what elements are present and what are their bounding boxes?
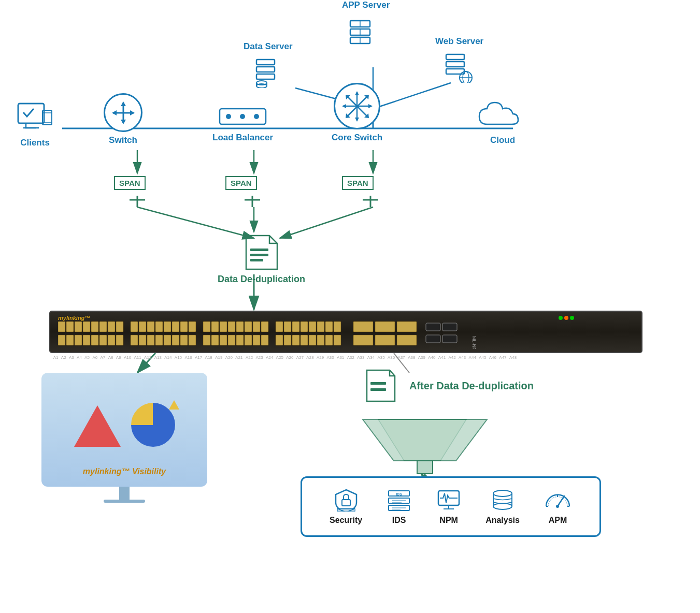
svg-rect-150	[370, 382, 386, 385]
svg-rect-120	[245, 335, 252, 345]
app-server-node: APP Server	[342, 0, 390, 52]
port-labels: A1A2A3A4A5A6 A7A8A9A10A11A12 A13A14A15A1…	[52, 355, 518, 360]
switch-node: Switch	[104, 93, 142, 145]
svg-rect-90	[116, 335, 123, 345]
after-dedup-document-icon	[363, 368, 402, 404]
web-server-icon	[444, 52, 475, 83]
svg-rect-142	[353, 335, 373, 345]
svg-rect-20	[256, 67, 275, 72]
svg-rect-109	[220, 322, 227, 332]
svg-rect-130	[334, 322, 341, 332]
svg-rect-84	[66, 335, 74, 345]
svg-rect-122	[261, 335, 268, 345]
svg-rect-73	[250, 254, 268, 256]
svg-text:ML-NPB-5568: ML-NPB-5568	[472, 336, 477, 349]
tool-ids: IDS IDS	[386, 488, 412, 525]
svg-point-169	[493, 490, 512, 497]
svg-rect-78	[83, 322, 90, 332]
svg-rect-148	[442, 335, 457, 343]
svg-rect-19	[256, 60, 275, 65]
svg-rect-143	[375, 335, 395, 345]
tap-icon-2	[245, 196, 260, 209]
hw-brand: mylinking™	[58, 315, 90, 321]
loadbalancer-label: Load Balancer	[212, 133, 273, 143]
svg-rect-85	[75, 335, 82, 345]
tap-icon-3	[363, 196, 378, 209]
cloud-icon	[477, 98, 528, 132]
coreswitch-node: Core Switch	[332, 83, 382, 143]
svg-marker-47	[121, 120, 126, 124]
svg-rect-128	[317, 322, 324, 332]
clients-icon	[16, 101, 54, 135]
analysis-icon	[490, 488, 516, 512]
ids-label: IDS	[392, 516, 406, 525]
data-server-icon	[252, 57, 283, 88]
svg-rect-155	[342, 500, 350, 506]
svg-marker-60	[342, 104, 346, 108]
apm-icon	[544, 488, 572, 512]
svg-rect-137	[325, 335, 333, 345]
svg-rect-106	[189, 335, 196, 345]
svg-rect-129	[325, 322, 333, 332]
visibility-label: mylinking™ Visibility	[83, 467, 166, 476]
svg-rect-125	[292, 322, 299, 332]
svg-point-52	[240, 114, 245, 119]
switch-icon	[110, 100, 136, 126]
svg-rect-131	[276, 335, 283, 345]
cloud-node: Cloud	[477, 98, 528, 145]
svg-rect-141	[397, 322, 417, 332]
svg-rect-139	[353, 322, 373, 332]
svg-rect-124	[284, 322, 291, 332]
svg-rect-83	[58, 335, 65, 345]
svg-rect-94	[155, 322, 163, 332]
svg-rect-144	[397, 335, 417, 345]
svg-rect-121	[253, 335, 260, 345]
svg-rect-72	[250, 249, 268, 251]
svg-rect-115	[203, 335, 210, 345]
app-server-icon	[348, 16, 384, 52]
security-icon	[333, 488, 359, 512]
hardware-device: mylinking™	[49, 311, 642, 353]
svg-marker-61	[368, 104, 373, 108]
svg-rect-89	[108, 335, 115, 345]
svg-rect-98	[189, 322, 196, 332]
svg-rect-103	[164, 335, 171, 345]
triangle-shape	[74, 405, 121, 447]
svg-rect-105	[180, 335, 188, 345]
svg-marker-152	[363, 419, 487, 461]
svg-rect-92	[139, 322, 146, 332]
svg-rect-133	[292, 335, 299, 345]
svg-rect-102	[155, 335, 163, 345]
svg-rect-39	[18, 104, 44, 123]
hw-ports-svg: ML-NPB-5568	[58, 320, 509, 349]
svg-rect-118	[228, 335, 235, 345]
svg-point-53	[254, 114, 259, 119]
after-dedup-section: After Data De-duplication	[363, 368, 534, 404]
svg-rect-86	[83, 335, 90, 345]
svg-rect-112	[245, 322, 252, 332]
svg-rect-123	[276, 322, 283, 332]
web-server-node: Web Server	[435, 36, 483, 83]
tool-security: Security	[330, 488, 362, 525]
svg-rect-77	[75, 322, 82, 332]
svg-rect-87	[91, 335, 98, 345]
monitor-base	[104, 500, 145, 503]
svg-rect-116	[211, 335, 219, 345]
svg-rect-140	[375, 322, 395, 332]
monitor-stand	[119, 487, 130, 500]
svg-rect-104	[172, 335, 179, 345]
svg-rect-136	[317, 335, 324, 345]
svg-rect-138	[334, 335, 341, 345]
svg-line-5	[373, 83, 451, 109]
svg-rect-126	[301, 322, 308, 332]
dedup-label: Data De-duplication	[218, 274, 305, 285]
svg-marker-48	[112, 110, 117, 115]
dedup-before: Data De-duplication	[218, 233, 305, 285]
data-server-label: Data Server	[244, 41, 293, 52]
svg-rect-76	[66, 322, 74, 332]
clients-node: Clients	[16, 101, 54, 148]
coreswitch-label: Core Switch	[332, 133, 382, 143]
svg-rect-114	[261, 322, 268, 332]
svg-line-173	[558, 496, 564, 506]
svg-rect-32	[446, 54, 464, 60]
